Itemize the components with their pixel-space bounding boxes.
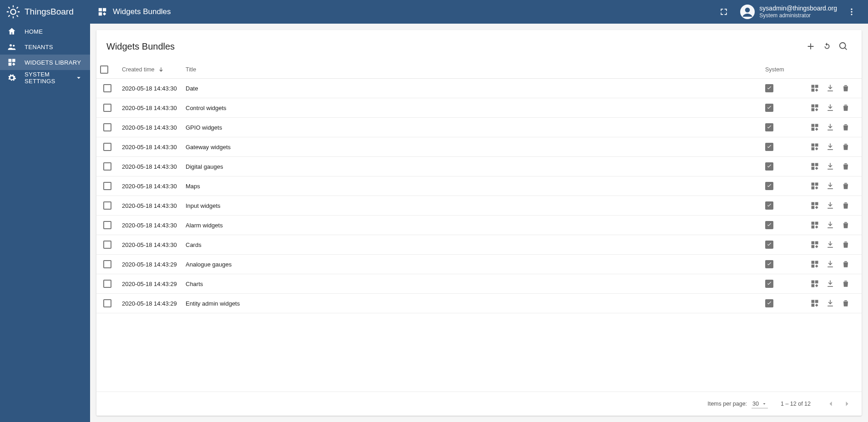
people-icon [7, 42, 16, 51]
nav-label: WIDGETS LIBRARY [25, 59, 81, 66]
row-checkbox[interactable] [103, 123, 111, 131]
open-widgets-button[interactable] [808, 218, 822, 232]
cell-system [762, 118, 798, 137]
page-title: Widgets Bundles [113, 7, 171, 16]
delete-button[interactable] [839, 218, 853, 232]
export-button[interactable] [823, 179, 837, 193]
export-button[interactable] [823, 121, 837, 134]
export-button[interactable] [823, 277, 837, 291]
table-row[interactable]: 2020-05-18 14:43:30Input widgets [96, 196, 862, 216]
table-row[interactable]: 2020-05-18 14:43:30Gateway widgets [96, 137, 862, 157]
open-widgets-button[interactable] [808, 160, 822, 173]
open-widgets-button[interactable] [808, 179, 822, 193]
delete-button[interactable] [839, 296, 853, 310]
refresh-button[interactable] [819, 38, 835, 55]
cell-created: 2020-05-18 14:43:30 [118, 118, 182, 137]
open-widgets-button[interactable] [808, 296, 822, 310]
row-checkbox[interactable] [103, 143, 111, 151]
export-button[interactable] [823, 199, 837, 212]
cell-title: Input widgets [182, 196, 762, 216]
svg-point-2 [13, 45, 15, 46]
row-checkbox[interactable] [103, 280, 111, 288]
delete-button[interactable] [839, 238, 853, 251]
row-checkbox[interactable] [103, 84, 111, 92]
delete-button[interactable] [839, 81, 853, 95]
cell-system [762, 157, 798, 176]
cell-created: 2020-05-18 14:43:30 [118, 157, 182, 176]
row-checkbox[interactable] [103, 260, 111, 268]
export-button[interactable] [823, 238, 837, 251]
row-checkbox[interactable] [103, 162, 111, 171]
row-checkbox[interactable] [103, 104, 111, 112]
table-row[interactable]: 2020-05-18 14:43:30Maps [96, 176, 862, 196]
table-row[interactable]: 2020-05-18 14:43:30Cards [96, 235, 862, 255]
cell-system [762, 176, 798, 196]
delete-button[interactable] [839, 257, 853, 271]
nav-item-tenants[interactable]: TENANTS [0, 39, 90, 55]
col-system[interactable]: System [762, 61, 798, 79]
cell-created: 2020-05-18 14:43:29 [118, 294, 182, 313]
export-button[interactable] [823, 160, 837, 173]
cell-created: 2020-05-18 14:43:30 [118, 235, 182, 255]
row-checkbox[interactable] [103, 299, 111, 307]
user-menu[interactable]: sysadmin@thingsboard.org System administ… [740, 5, 837, 20]
open-widgets-button[interactable] [808, 121, 822, 134]
page-size-select[interactable]: 30 [752, 400, 768, 408]
delete-button[interactable] [839, 101, 853, 115]
delete-button[interactable] [839, 199, 853, 212]
system-check-icon [765, 280, 773, 288]
fullscreen-button[interactable] [715, 3, 733, 21]
cell-title: Entity admin widgets [182, 294, 762, 313]
prev-page-button[interactable] [823, 397, 838, 411]
delete-button[interactable] [839, 277, 853, 291]
system-check-icon [765, 182, 773, 190]
export-button[interactable] [823, 218, 837, 232]
table-row[interactable]: 2020-05-18 14:43:30Date [96, 79, 862, 98]
table-row[interactable]: 2020-05-18 14:43:30Control widgets [96, 98, 862, 118]
table-row[interactable]: 2020-05-18 14:43:29Entity admin widgets [96, 294, 862, 313]
add-button[interactable] [802, 38, 819, 55]
col-created[interactable]: Created time [118, 61, 182, 79]
table-row[interactable]: 2020-05-18 14:43:29Analogue gauges [96, 255, 862, 274]
next-page-button[interactable] [840, 397, 854, 411]
table-row[interactable]: 2020-05-18 14:43:30Alarm widgets [96, 216, 862, 235]
delete-button[interactable] [839, 179, 853, 193]
export-button[interactable] [823, 296, 837, 310]
row-checkbox[interactable] [103, 221, 111, 229]
nav: HOMETENANTSWIDGETS LIBRARYSYSTEM SETTING… [0, 24, 90, 85]
delete-button[interactable] [839, 121, 853, 134]
system-check-icon [765, 201, 773, 210]
open-widgets-button[interactable] [808, 238, 822, 251]
export-button[interactable] [823, 257, 837, 271]
system-check-icon [765, 84, 773, 92]
open-widgets-button[interactable] [808, 140, 822, 154]
nav-item-widgets-library[interactable]: WIDGETS LIBRARY [0, 55, 90, 70]
brand-logo[interactable]: ThingsBoard [0, 0, 90, 24]
table-row[interactable]: 2020-05-18 14:43:30Digital gauges [96, 157, 862, 176]
cell-system [762, 137, 798, 157]
cell-system [762, 294, 798, 313]
open-widgets-button[interactable] [808, 81, 822, 95]
delete-button[interactable] [839, 140, 853, 154]
more-menu-button[interactable] [843, 3, 861, 21]
search-button[interactable] [835, 38, 852, 55]
nav-item-system-settings[interactable]: SYSTEM SETTINGS [0, 70, 90, 85]
open-widgets-button[interactable] [808, 277, 822, 291]
table-row[interactable]: 2020-05-18 14:43:30GPIO widgets [96, 118, 862, 137]
export-button[interactable] [823, 101, 837, 115]
row-checkbox[interactable] [103, 182, 111, 190]
cell-title: Control widgets [182, 98, 762, 118]
row-checkbox[interactable] [103, 201, 111, 210]
open-widgets-button[interactable] [808, 101, 822, 115]
open-widgets-button[interactable] [808, 199, 822, 212]
delete-button[interactable] [839, 160, 853, 173]
export-button[interactable] [823, 81, 837, 95]
table-row[interactable]: 2020-05-18 14:43:29Charts [96, 274, 862, 294]
settings-icon [7, 73, 16, 82]
select-all-checkbox[interactable] [100, 65, 108, 74]
export-button[interactable] [823, 140, 837, 154]
nav-item-home[interactable]: HOME [0, 24, 90, 39]
row-checkbox[interactable] [103, 241, 111, 249]
col-title[interactable]: Title [182, 61, 762, 79]
open-widgets-button[interactable] [808, 257, 822, 271]
